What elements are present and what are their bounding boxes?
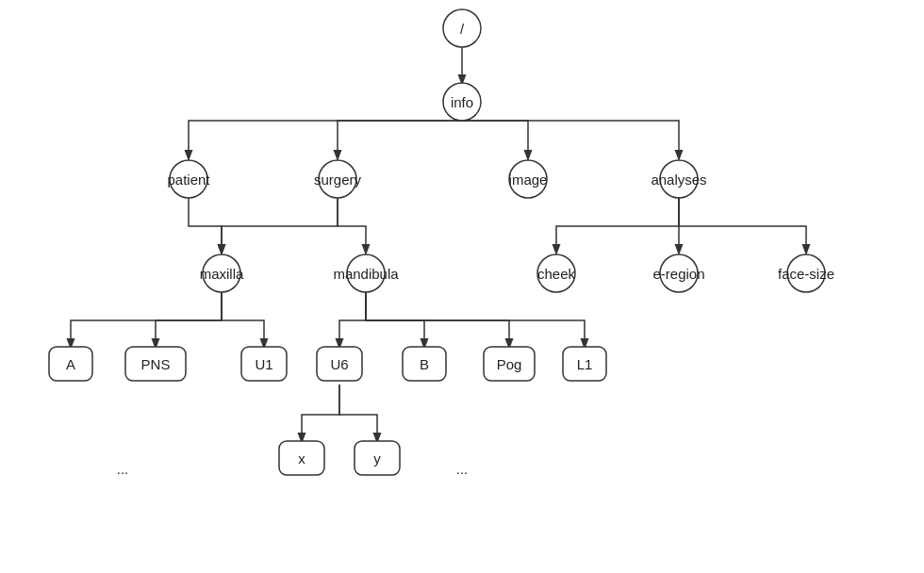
patient-label: patient [167,172,210,188]
facesize-label: face-size [778,266,834,282]
info-label: info [451,94,473,110]
maxilla-label: maxilla [200,266,244,282]
y-label: y [373,450,381,467]
cheek-label: cheek [537,266,576,282]
U1-label: U1 [255,356,272,372]
mandibula-label: mandibula [333,266,399,282]
image-label: image [509,172,548,188]
dots-left: ··· [117,464,129,480]
eregion-label: e-region [652,266,704,282]
U6-label: U6 [330,356,348,372]
L1-label: L1 [577,356,593,372]
surgery-label: surgery [314,172,362,188]
x-label: x [298,450,305,467]
A-label: A [66,356,75,372]
dots-right: ··· [456,464,469,480]
Pog-label: Pog [497,356,522,372]
analyses-label: analyses [651,172,706,188]
B-label: B [420,356,429,372]
PNS-label: PNS [141,356,171,372]
